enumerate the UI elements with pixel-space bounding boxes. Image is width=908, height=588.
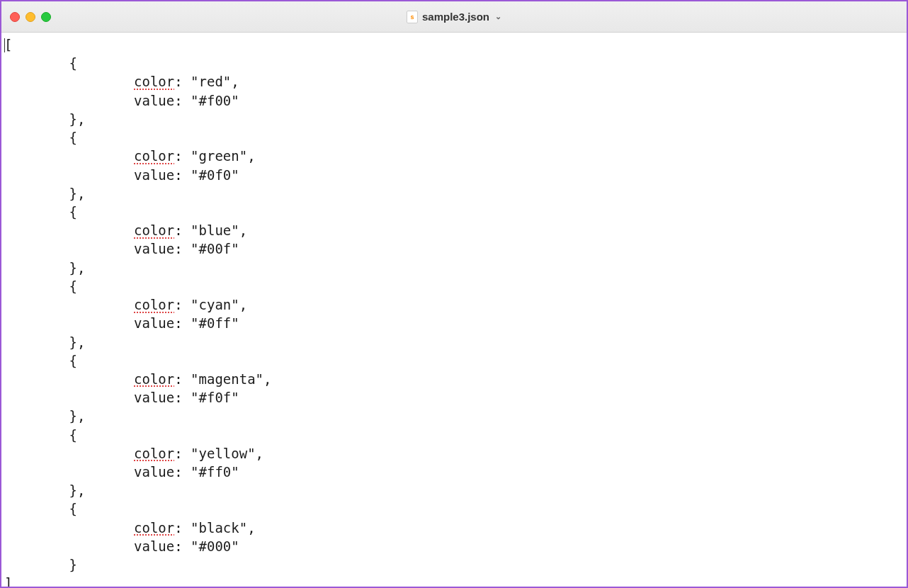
code-line: { bbox=[4, 426, 904, 444]
code-line: value: "#000" bbox=[4, 537, 904, 555]
json-key-color: color bbox=[134, 520, 174, 536]
chevron-down-icon: ⌄ bbox=[495, 12, 501, 21]
code-line: color: "red", bbox=[4, 72, 904, 91]
code-line: value: "#0ff" bbox=[4, 314, 904, 332]
json-key-value: value bbox=[134, 167, 174, 183]
json-key-color: color bbox=[134, 371, 174, 387]
code-line: { bbox=[4, 128, 904, 147]
code-line: { bbox=[4, 277, 904, 295]
code-line: }, bbox=[4, 110, 904, 128]
json-key-value: value bbox=[134, 390, 174, 405]
code-line: { bbox=[4, 203, 904, 221]
code-line: value: "#0f0" bbox=[4, 166, 904, 184]
code-line: [ bbox=[4, 35, 904, 54]
code-line: }, bbox=[4, 481, 904, 499]
window-close-button[interactable] bbox=[10, 12, 20, 22]
window-controls bbox=[10, 12, 51, 22]
json-key-color: color bbox=[134, 297, 174, 312]
title-filename-dropdown[interactable]: s sample3.json ⌄ bbox=[407, 11, 501, 23]
json-key-color: color bbox=[134, 74, 174, 89]
code-line: { bbox=[4, 351, 904, 370]
code-line: { bbox=[4, 499, 904, 518]
json-key-color: color bbox=[134, 222, 174, 238]
code-line: color: "cyan", bbox=[4, 295, 904, 314]
text-cursor bbox=[4, 38, 5, 52]
code-line: value: "#ff0" bbox=[4, 463, 904, 481]
json-key-color: color bbox=[134, 148, 174, 164]
code-line: value: "#00f" bbox=[4, 239, 904, 258]
code-line: color: "black", bbox=[4, 519, 904, 537]
code-line: color: "green", bbox=[4, 147, 904, 165]
json-key-color: color bbox=[134, 446, 174, 461]
code-line: }, bbox=[4, 333, 904, 351]
filename-label: sample3.json bbox=[422, 11, 489, 23]
window-maximize-button[interactable] bbox=[41, 12, 51, 22]
window-minimize-button[interactable] bbox=[25, 12, 35, 22]
code-line: { bbox=[4, 54, 904, 72]
json-key-value: value bbox=[134, 241, 174, 256]
json-key-value: value bbox=[134, 538, 174, 554]
json-key-value: value bbox=[134, 315, 174, 331]
code-line: }, bbox=[4, 184, 904, 203]
file-icon: s bbox=[407, 11, 418, 23]
code-line: } bbox=[4, 555, 904, 574]
code-line: }, bbox=[4, 407, 904, 425]
window-titlebar: s sample3.json ⌄ bbox=[1, 1, 907, 33]
json-key-value: value bbox=[134, 93, 174, 108]
json-key-value: value bbox=[134, 464, 174, 480]
code-line: value: "#f00" bbox=[4, 91, 904, 110]
code-line: color: "blue", bbox=[4, 221, 904, 239]
code-line: color: "yellow", bbox=[4, 444, 904, 463]
code-line: }, bbox=[4, 259, 904, 277]
code-line: color: "magenta", bbox=[4, 370, 904, 388]
code-line: value: "#f0f" bbox=[4, 388, 904, 407]
code-editor[interactable]: [ { color: "red", value: "#f00" }, { col… bbox=[1, 33, 907, 587]
code-line: ] bbox=[4, 574, 904, 587]
